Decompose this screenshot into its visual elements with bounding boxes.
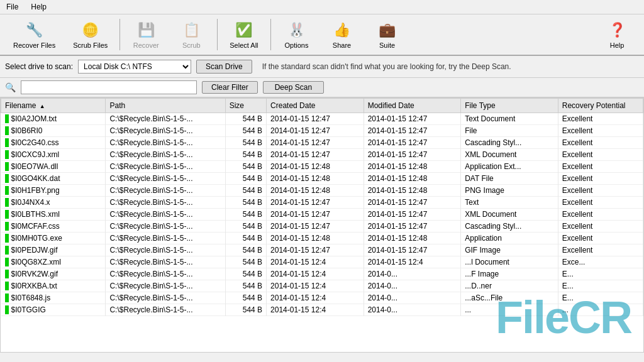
- cell-path: C:\$Recycle.Bin\S-1-5-...: [106, 221, 225, 233]
- cell-modified: 2014-0...: [364, 268, 461, 280]
- scan-info-text: If the standard scan didn't find what yo…: [262, 62, 511, 71]
- cell-filename: $I0J4NX4.x: [1, 197, 106, 209]
- cell-type: XML Document: [461, 209, 558, 221]
- cell-size: 544 B: [225, 268, 266, 280]
- cell-type: Text: [461, 197, 558, 209]
- cell-path: C:\$Recycle.Bin\S-1-5-...: [106, 244, 225, 256]
- col-header-modified[interactable]: Modified Date: [364, 99, 461, 113]
- cell-type: ...: [461, 304, 558, 316]
- drive-select[interactable]: Local Disk C:\ NTFS Local Disk D:\ NTFS …: [78, 60, 191, 74]
- select-all-button[interactable]: ✅ Select All: [221, 17, 266, 52]
- toolbar-separator-3: [270, 19, 271, 50]
- cell-modified: 2014-01-15 12:48: [364, 161, 461, 173]
- cell-modified: 2014-01-15 12:47: [364, 149, 461, 161]
- cell-type: ...D..ner: [461, 280, 558, 292]
- cell-filename: $I0RVK2W.gif: [1, 268, 106, 280]
- cell-type: Text Document: [461, 113, 558, 125]
- table-row[interactable]: $I0J4NX4.x C:\$Recycle.Bin\S-1-5-... 544…: [1, 197, 643, 209]
- cell-created: 2014-01-15 12:48: [267, 185, 364, 197]
- cell-created: 2014-01-15 12:47: [267, 113, 364, 125]
- recover-files-icon: 🔧: [25, 20, 45, 40]
- cell-modified: 2014-01-15 12:48: [364, 185, 461, 197]
- col-header-recovery[interactable]: Recovery Potential: [558, 99, 643, 113]
- table-row[interactable]: $I0RVK2W.gif C:\$Recycle.Bin\S-1-5-... 5…: [1, 268, 643, 280]
- table-row[interactable]: $I0GO4KK.dat C:\$Recycle.Bin\S-1-5-... 5…: [1, 173, 643, 185]
- cell-recovery: E...: [558, 268, 643, 280]
- table-row[interactable]: $I0TGGIG C:\$Recycle.Bin\S-1-5-... 544 B…: [1, 304, 643, 316]
- table-row[interactable]: $I0RXKBA.txt C:\$Recycle.Bin\S-1-5-... 5…: [1, 280, 643, 292]
- cell-filename: $I0C2G40.css: [1, 137, 106, 149]
- table-row[interactable]: $I0QG8XZ.xml C:\$Recycle.Bin\S-1-5-... 5…: [1, 256, 643, 268]
- col-header-filename[interactable]: Filename ▲: [1, 99, 106, 113]
- share-icon: 👍: [332, 20, 352, 40]
- cell-recovery: Excellent: [558, 185, 643, 197]
- table-row[interactable]: $I0MH0TG.exe C:\$Recycle.Bin\S-1-5-... 5…: [1, 233, 643, 244]
- recovery-indicator: [5, 258, 9, 266]
- col-header-type[interactable]: File Type: [461, 99, 558, 113]
- table-row[interactable]: $I0LBTHS.xml C:\$Recycle.Bin\S-1-5-... 5…: [1, 209, 643, 221]
- table-row[interactable]: $I0MCFAF.css C:\$Recycle.Bin\S-1-5-... 5…: [1, 221, 643, 233]
- col-header-created[interactable]: Created Date: [267, 99, 364, 113]
- cell-path: C:\$Recycle.Bin\S-1-5-...: [106, 256, 225, 268]
- recovery-indicator: [5, 126, 9, 135]
- recover-files-button[interactable]: 🔧 Recover Files: [5, 17, 64, 52]
- cell-modified: 2014-01-15 12:4: [364, 256, 461, 268]
- recovery-indicator: [5, 174, 9, 183]
- options-button[interactable]: 🐰 Options: [275, 17, 319, 52]
- cell-created: 2014-01-15 12:47: [267, 197, 364, 209]
- cell-recovery: Excellent: [558, 209, 643, 221]
- recovery-indicator: [5, 210, 9, 219]
- recovery-indicator: [5, 198, 9, 207]
- table-row[interactable]: $I0T6848.js C:\$Recycle.Bin\S-1-5-... 54…: [1, 292, 643, 304]
- scrub-files-button[interactable]: 🪙 Scrub Files: [65, 17, 116, 52]
- cell-created: 2014-01-15 12:48: [267, 173, 364, 185]
- cell-modified: 2014-01-15 12:47: [364, 221, 461, 233]
- cell-size: 544 B: [225, 280, 266, 292]
- col-header-size[interactable]: Size: [225, 99, 266, 113]
- recovery-indicator: [5, 150, 9, 159]
- cell-modified: 2014-01-15 12:47: [364, 137, 461, 149]
- table-row[interactable]: $I0H1FBY.png C:\$Recycle.Bin\S-1-5-... 5…: [1, 185, 643, 197]
- recovery-indicator: [5, 138, 9, 147]
- help-button[interactable]: ❓ Help: [595, 17, 639, 52]
- cell-size: 544 B: [225, 125, 266, 137]
- cell-path: C:\$Recycle.Bin\S-1-5-...: [106, 161, 225, 173]
- cell-path: C:\$Recycle.Bin\S-1-5-...: [106, 233, 225, 244]
- deep-scan-button[interactable]: Deep Scan: [263, 81, 324, 94]
- table-row[interactable]: $I0EO7WA.dll C:\$Recycle.Bin\S-1-5-... 5…: [1, 161, 643, 173]
- table-row[interactable]: $I0PEDJW.gif C:\$Recycle.Bin\S-1-5-... 5…: [1, 244, 643, 256]
- cell-created: 2014-01-15 12:47: [267, 209, 364, 221]
- suite-icon: 💼: [377, 20, 397, 40]
- col-header-path[interactable]: Path: [106, 99, 225, 113]
- table-row[interactable]: $I0C2G40.css C:\$Recycle.Bin\S-1-5-... 5…: [1, 137, 643, 149]
- drive-label: Select drive to scan:: [5, 62, 73, 71]
- suite-button[interactable]: 💼 Suite: [365, 17, 409, 52]
- cell-filename: $I0B6RI0: [1, 125, 106, 137]
- options-label: Options: [285, 41, 309, 49]
- clear-filter-button[interactable]: Clear Filter: [202, 81, 258, 94]
- cell-size: 544 B: [225, 137, 266, 149]
- cell-filename: $I0RXKBA.txt: [1, 280, 106, 292]
- menu-file[interactable]: File: [3, 1, 22, 13]
- cell-created: 2014-01-15 12:4: [267, 256, 364, 268]
- cell-filename: $I0CXC9J.xml: [1, 149, 106, 161]
- cell-size: 544 B: [225, 233, 266, 244]
- file-table-container: Filename ▲ Path Size Created Date Modifi…: [0, 97, 644, 353]
- filter-input[interactable]: [21, 80, 197, 94]
- menu-help[interactable]: Help: [27, 1, 50, 13]
- table-row[interactable]: $I0CXC9J.xml C:\$Recycle.Bin\S-1-5-... 5…: [1, 149, 643, 161]
- recovery-indicator: [5, 246, 9, 255]
- cell-path: C:\$Recycle.Bin\S-1-5-...: [106, 185, 225, 197]
- cell-modified: 2014-01-15 12:48: [364, 173, 461, 185]
- recovery-indicator: [5, 186, 9, 195]
- recovery-indicator: [5, 162, 9, 171]
- cell-size: 544 B: [225, 185, 266, 197]
- cell-path: C:\$Recycle.Bin\S-1-5-...: [106, 268, 225, 280]
- table-row[interactable]: $I0B6RI0 C:\$Recycle.Bin\S-1-5-... 544 B…: [1, 125, 643, 137]
- share-button[interactable]: 👍 Share: [320, 17, 364, 52]
- cell-size: 544 B: [225, 161, 266, 173]
- file-table: Filename ▲ Path Size Created Date Modifi…: [1, 98, 643, 316]
- cell-filename: $I0QG8XZ.xml: [1, 256, 106, 268]
- table-row[interactable]: $I0A2JOM.txt C:\$Recycle.Bin\S-1-5-... 5…: [1, 113, 643, 125]
- scan-drive-button[interactable]: Scan Drive: [196, 60, 252, 74]
